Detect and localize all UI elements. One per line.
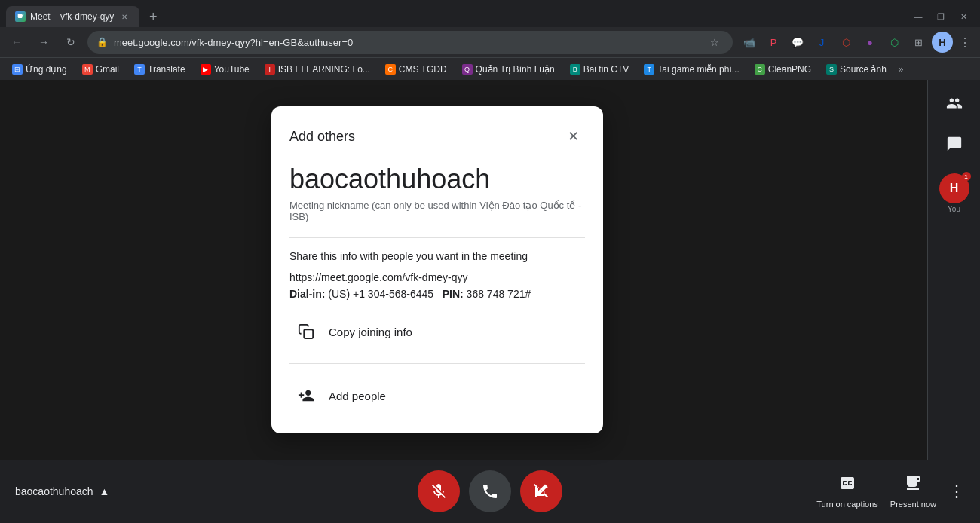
tab-bar: Meet – vfk-dmey-qyy ✕ + — ❐ ✕ xyxy=(0,0,980,27)
isb-icon: I xyxy=(265,64,275,75)
address-bar: ← → ↻ 🔒 meet.google.com/vfk-dmey-qyy?hl=… xyxy=(0,27,980,57)
clean-icon: C xyxy=(755,64,765,75)
chrome-menu-button[interactable]: ⋮ xyxy=(956,35,974,50)
hangup-button[interactable] xyxy=(469,470,511,512)
main-content: Add others ✕ baocaothuhoach Meeting nick… xyxy=(0,80,980,460)
chat-icon xyxy=(946,136,963,156)
bookmark-cms-label: CMS TGDĐ xyxy=(399,64,447,75)
bookmark-gmail[interactable]: M Gmail xyxy=(76,63,125,76)
add-person-icon xyxy=(292,382,320,409)
present-now-button[interactable]: Present now xyxy=(890,474,936,509)
star-icon[interactable]: ☆ xyxy=(706,33,724,51)
url-text: meet.google.com/vfk-dmey-qyy?hl=en-GB&au… xyxy=(114,37,700,48)
translate-icon: T xyxy=(134,64,145,75)
bookmark-source-label: Source ảnh xyxy=(840,64,887,75)
camera-extension-icon[interactable]: 📹 xyxy=(739,32,760,53)
chat-panel-button[interactable] xyxy=(936,127,973,164)
bookmark-clean[interactable]: C CleanPNG xyxy=(749,63,817,76)
bookmark-youtube-label: YouTube xyxy=(214,64,250,75)
user-initial: H xyxy=(950,182,959,195)
bottom-center-controls xyxy=(418,470,562,512)
active-tab[interactable]: Meet – vfk-dmey-qyy ✕ xyxy=(6,6,139,27)
tab-close-button[interactable]: ✕ xyxy=(118,11,130,23)
profile-button[interactable]: H xyxy=(932,32,953,53)
url-actions: ☆ xyxy=(706,33,724,51)
bookmark-isb-label: ISB ELEARNING: Lo... xyxy=(278,64,370,75)
cms-icon: C xyxy=(385,64,396,75)
bookmark-tai[interactable]: T Tai game miễn phí... xyxy=(638,63,745,76)
modal-meeting-subtitle: Meeting nickname (can only be used withi… xyxy=(289,200,585,222)
modal-close-button[interactable]: ✕ xyxy=(561,124,585,148)
modal-overlay: Add others ✕ baocaothuhoach Meeting nick… xyxy=(0,80,874,460)
close-window-button[interactable]: ✕ xyxy=(953,9,974,24)
bottom-toolbar: baocaothuhoach ▲ xyxy=(0,460,980,523)
quan-icon: Q xyxy=(462,64,473,75)
tab-title: Meet – vfk-dmey-qyy xyxy=(30,11,114,22)
lastpass-extension-icon[interactable]: ⬡ xyxy=(835,32,856,53)
camera-button[interactable] xyxy=(520,470,562,512)
bookmark-bai[interactable]: B Bai tin CTV xyxy=(564,63,635,76)
forward-button[interactable]: → xyxy=(33,32,54,53)
extension7-icon[interactable]: ⊞ xyxy=(908,32,929,53)
more-options-button[interactable]: ⋮ xyxy=(948,482,965,501)
bookmarks-bar: ⊞ Ứng dụng M Gmail T Translate ▶ YouTube… xyxy=(0,57,980,80)
back-button[interactable]: ← xyxy=(6,32,27,53)
user-avatar-section: H 1 You xyxy=(939,173,969,213)
chat-extension-icon[interactable]: 💬 xyxy=(787,32,808,53)
share-dialin: Dial-in: (US) +1 304-568-6445 PIN: 368 7… xyxy=(289,288,585,300)
right-sidebar: H 1 You xyxy=(927,80,980,460)
add-people-label: Add people xyxy=(329,390,386,402)
captions-icon xyxy=(838,474,856,497)
bookmark-bai-label: Bai tin CTV xyxy=(583,64,629,75)
bookmark-quan[interactable]: Q Quản Trị Bình Luận xyxy=(456,63,561,76)
bottom-left-section: baocaothuhoach ▲ xyxy=(15,485,109,497)
modal-divider-top xyxy=(289,237,585,238)
user-avatar[interactable]: H 1 xyxy=(939,173,969,203)
bookmark-ung-dung[interactable]: ⊞ Ứng dụng xyxy=(6,63,73,76)
tab-favicon xyxy=(15,11,26,22)
copy-joining-info-label: Copy joining info xyxy=(329,326,412,338)
you-label: You xyxy=(948,205,960,213)
extension6-icon[interactable]: ⬡ xyxy=(884,32,905,53)
modal-meeting-name: baocaothuhoach xyxy=(289,164,585,195)
add-others-modal: Add others ✕ baocaothuhoach Meeting nick… xyxy=(271,106,603,433)
bookmark-ung-dung-label: Ứng dụng xyxy=(26,64,67,75)
meeting-info-chevron[interactable]: ▲ xyxy=(100,485,110,497)
pin-prefix: PIN: xyxy=(443,288,464,300)
mute-button[interactable] xyxy=(418,470,460,512)
new-tab-button[interactable]: + xyxy=(142,6,164,27)
extension5-icon[interactable]: ● xyxy=(859,32,880,53)
video-area: Add others ✕ baocaothuhoach Meeting nick… xyxy=(0,80,927,460)
bookmark-isb[interactable]: I ISB ELEARNING: Lo... xyxy=(259,63,376,76)
modal-divider-bottom xyxy=(289,363,585,364)
url-bar[interactable]: 🔒 meet.google.com/vfk-dmey-qyy?hl=en-GB&… xyxy=(87,31,733,54)
pocket-extension-icon[interactable]: P xyxy=(763,32,784,53)
bookmark-youtube[interactable]: ▶ YouTube xyxy=(194,63,256,76)
captions-button[interactable]: Turn on captions xyxy=(816,474,878,509)
jira-extension-icon[interactable]: J xyxy=(811,32,832,53)
bookmark-source[interactable]: S Source ảnh xyxy=(820,63,893,76)
copy-joining-info-button[interactable]: Copy joining info xyxy=(289,312,585,351)
bookmarks-more-button[interactable]: » xyxy=(899,64,904,75)
svg-rect-0 xyxy=(304,329,313,338)
minimize-button[interactable]: — xyxy=(908,9,929,24)
maximize-button[interactable]: ❐ xyxy=(930,9,951,24)
bookmark-cms[interactable]: C CMS TGDĐ xyxy=(379,63,453,76)
pin-number: 368 748 721# xyxy=(467,288,531,300)
captions-label: Turn on captions xyxy=(816,500,878,509)
dialin-prefix: Dial-in: xyxy=(289,288,325,300)
bookmark-translate[interactable]: T Translate xyxy=(128,63,191,76)
share-url: https://meet.google.com/vfk-dmey-qyy xyxy=(289,271,585,283)
add-people-button[interactable]: Add people xyxy=(289,376,585,415)
reload-button[interactable]: ↻ xyxy=(60,32,81,53)
people-panel-button[interactable] xyxy=(936,86,973,124)
bookmark-clean-label: CleanPNG xyxy=(768,64,811,75)
bookmark-quan-label: Quản Trị Bình Luận xyxy=(476,64,555,75)
bookmark-translate-label: Translate xyxy=(148,64,185,75)
present-now-label: Present now xyxy=(890,500,936,509)
bookmark-gmail-label: Gmail xyxy=(96,64,119,75)
tai-icon: T xyxy=(644,64,654,75)
bottom-meeting-name: baocaothuhoach xyxy=(15,485,93,497)
bookmark-tai-label: Tai game miễn phí... xyxy=(657,64,739,75)
people-icon xyxy=(946,95,963,115)
